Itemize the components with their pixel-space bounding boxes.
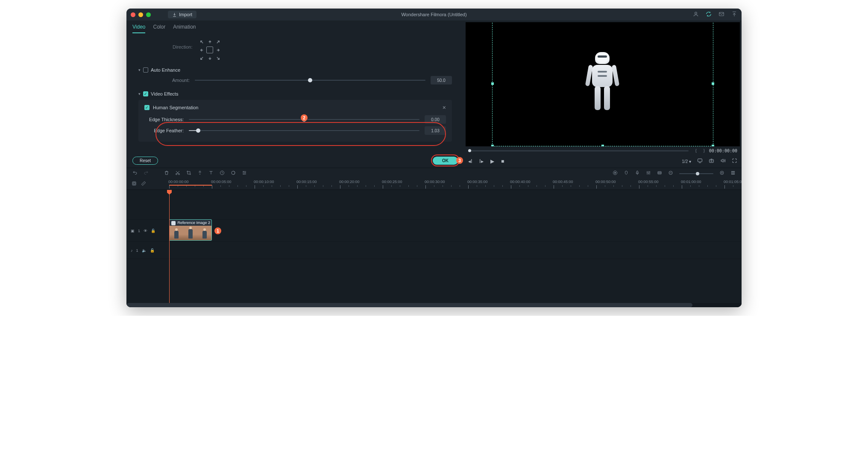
display-icon[interactable] bbox=[697, 158, 703, 165]
bbox-handle[interactable] bbox=[491, 145, 494, 146]
dir-ne-icon[interactable] bbox=[214, 38, 221, 45]
preview-scrub-track[interactable] bbox=[468, 150, 689, 151]
adjust-icon[interactable] bbox=[242, 170, 247, 177]
lock-icon[interactable]: 🔓 bbox=[150, 248, 155, 253]
color-icon[interactable] bbox=[231, 170, 236, 177]
sync-icon[interactable] bbox=[706, 11, 712, 18]
video-effects-checkbox[interactable] bbox=[143, 91, 148, 96]
tab-animation[interactable]: Animation bbox=[173, 24, 196, 33]
crop-icon[interactable] bbox=[186, 170, 191, 177]
time-ruler[interactable]: 00:00:00:0000:00:05:0000:00:10:0000:00:1… bbox=[126, 179, 742, 190]
preview-scrub-bar: { } 00:00:00:00 bbox=[464, 146, 742, 155]
auto-enhance-header[interactable]: ▾ Auto Enhance bbox=[138, 67, 452, 73]
bbox-handle[interactable] bbox=[491, 82, 494, 85]
tick-area[interactable]: 00:00:00:0000:00:05:0000:00:10:0000:00:1… bbox=[169, 179, 742, 189]
timeline-zoom-slider[interactable] bbox=[679, 173, 713, 174]
account-icon[interactable] bbox=[693, 11, 699, 18]
amount-value[interactable]: 50.0 bbox=[431, 76, 452, 84]
dir-se-icon[interactable] bbox=[214, 55, 221, 61]
dir-s-icon[interactable] bbox=[206, 55, 213, 61]
play-icon[interactable]: ▶ bbox=[490, 158, 494, 164]
step-back-icon[interactable]: Ⅰ▸ bbox=[479, 158, 484, 164]
annotation-badge-3: 3 bbox=[456, 157, 463, 164]
redo-icon[interactable] bbox=[144, 170, 149, 177]
mixer-icon[interactable] bbox=[646, 170, 651, 177]
voice-icon[interactable] bbox=[197, 170, 202, 177]
speed-icon[interactable] bbox=[220, 170, 225, 177]
close-window-icon[interactable] bbox=[131, 12, 135, 17]
dir-e-icon[interactable] bbox=[214, 47, 221, 53]
zoom-in-icon[interactable] bbox=[719, 170, 724, 177]
video-track-1[interactable]: ▣ 1 👁 🔓 Reference Image 2 bbox=[126, 220, 742, 242]
delete-icon[interactable] bbox=[164, 170, 169, 177]
maximize-window-icon[interactable] bbox=[146, 12, 151, 17]
snapshot-icon[interactable] bbox=[709, 158, 714, 165]
direction-grid bbox=[198, 38, 221, 61]
marker-icon[interactable] bbox=[624, 170, 629, 177]
zoom-fit-icon[interactable] bbox=[730, 170, 736, 177]
bbox-handle[interactable] bbox=[601, 145, 604, 146]
settings-body: Direction: ▾ bbox=[126, 33, 464, 153]
fullscreen-icon[interactable] bbox=[732, 158, 737, 165]
preview-canvas[interactable] bbox=[466, 22, 740, 146]
ruler-tick bbox=[349, 185, 349, 187]
caret-icon: ▾ bbox=[138, 92, 141, 96]
scrollbar-thumb[interactable] bbox=[126, 303, 692, 307]
video-effects-header[interactable]: ▾ Video Effects bbox=[138, 91, 452, 96]
text-icon[interactable] bbox=[208, 170, 214, 177]
mail-icon[interactable] bbox=[718, 11, 724, 18]
dir-center-icon[interactable] bbox=[206, 47, 213, 53]
auto-enhance-checkbox[interactable] bbox=[143, 67, 148, 73]
timeline-clip[interactable]: Reference Image 2 bbox=[169, 219, 212, 241]
bbox-handle[interactable] bbox=[712, 145, 714, 146]
video-effects-label: Video Effects bbox=[151, 91, 178, 96]
dir-nw-icon[interactable] bbox=[198, 38, 205, 45]
bbox-handle[interactable] bbox=[712, 82, 714, 85]
timeline-h-scrollbar[interactable] bbox=[126, 303, 742, 307]
slider-thumb[interactable] bbox=[308, 78, 312, 82]
mark-in-icon[interactable]: { bbox=[695, 148, 697, 153]
edge-thickness-value[interactable]: 0.00 bbox=[425, 115, 446, 124]
zoom-out-icon[interactable] bbox=[668, 170, 673, 177]
zoom-display[interactable]: 1/2 ▾ bbox=[682, 159, 691, 164]
import-button[interactable]: Import bbox=[168, 11, 196, 18]
inspector-tabs: Video Color Animation bbox=[126, 20, 464, 33]
ruler-tick bbox=[400, 185, 400, 187]
audio-track-1[interactable]: ♪ 1 🔈 🔓 bbox=[126, 242, 742, 259]
ruler-tick bbox=[502, 185, 503, 187]
stop-icon[interactable]: ■ bbox=[501, 158, 504, 164]
minimize-window-icon[interactable] bbox=[138, 12, 143, 17]
visibility-icon[interactable]: 👁 bbox=[144, 229, 147, 233]
mute-icon[interactable]: 🔈 bbox=[142, 248, 147, 253]
volume-icon[interactable] bbox=[720, 158, 726, 165]
slider-thumb[interactable] bbox=[696, 172, 699, 175]
ripple-icon[interactable] bbox=[132, 181, 137, 187]
slider-thumb[interactable] bbox=[196, 128, 200, 133]
playhead[interactable] bbox=[169, 190, 170, 303]
tab-video[interactable]: Video bbox=[132, 24, 145, 33]
scrub-thumb[interactable] bbox=[468, 149, 471, 152]
prev-frame-icon[interactable]: ◂Ⅰ bbox=[468, 158, 472, 164]
track-size-icon[interactable] bbox=[657, 170, 662, 177]
render-icon[interactable] bbox=[613, 170, 618, 177]
ruler-time-label: 00:00:25:00 bbox=[382, 180, 402, 184]
edge-feather-slider[interactable] bbox=[189, 130, 419, 131]
record-vo-icon[interactable] bbox=[635, 170, 640, 177]
undo-icon[interactable] bbox=[132, 170, 138, 177]
tab-color[interactable]: Color bbox=[153, 24, 165, 33]
ruler-time-label: 00:00:55:00 bbox=[638, 180, 659, 184]
mark-out-icon[interactable]: } bbox=[704, 148, 705, 153]
ok-button[interactable]: OK bbox=[433, 157, 458, 165]
link-icon[interactable] bbox=[141, 181, 146, 187]
amount-slider[interactable] bbox=[195, 80, 425, 81]
export-icon[interactable] bbox=[731, 11, 737, 18]
edge-feather-value[interactable]: 1.03 bbox=[425, 126, 446, 135]
dir-w-icon[interactable] bbox=[198, 47, 205, 53]
dir-sw-icon[interactable] bbox=[198, 55, 205, 61]
reset-button[interactable]: Reset bbox=[132, 157, 158, 165]
lock-icon[interactable]: 🔓 bbox=[151, 229, 155, 233]
cut-icon[interactable] bbox=[175, 170, 180, 177]
close-icon[interactable]: × bbox=[443, 104, 446, 111]
human-seg-checkbox[interactable] bbox=[144, 105, 150, 110]
dir-n-icon[interactable] bbox=[206, 38, 213, 45]
